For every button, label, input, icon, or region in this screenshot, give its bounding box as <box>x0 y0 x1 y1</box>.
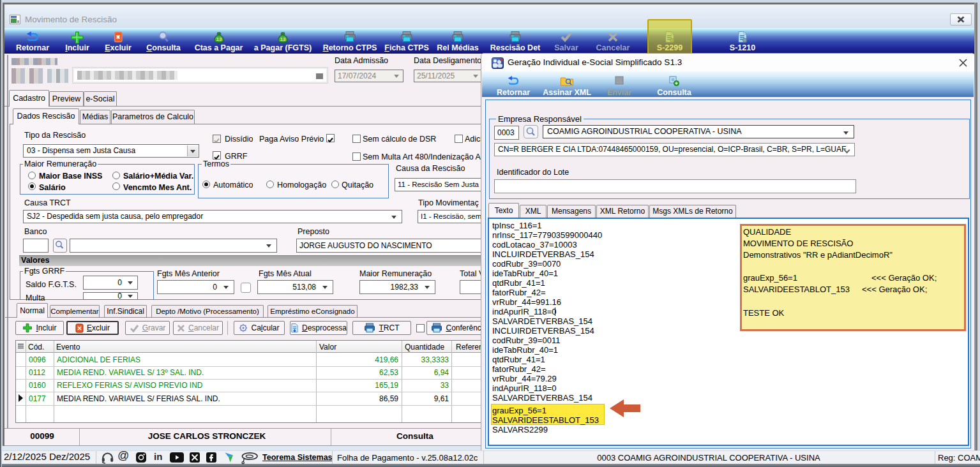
svg-text:13: 13 <box>280 36 286 42</box>
svg-text:13: 13 <box>216 36 222 42</box>
